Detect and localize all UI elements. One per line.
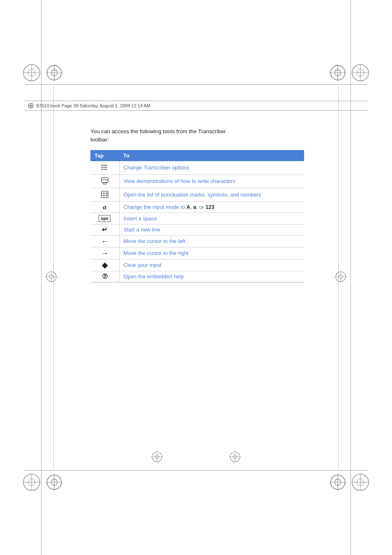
description-change-mode: Change the input mode to A, a, or 123 xyxy=(119,201,304,213)
tap-icon-letter-a: a xyxy=(90,201,119,213)
tap-icon-arrow-left: ← xyxy=(90,235,119,247)
spc-button-icon: spc xyxy=(99,215,111,222)
tap-icon-diamond: ◆ xyxy=(90,259,119,271)
svg-point-57 xyxy=(101,169,102,170)
tap-icon-enter: ↵ xyxy=(90,224,119,235)
svg-rect-54 xyxy=(103,169,107,170)
corner-reg-bottom-left-inner xyxy=(45,473,63,491)
svg-text:...: ... xyxy=(104,182,105,184)
corner-reg-top-right-inner xyxy=(329,64,347,82)
corner-reg-bottom-left-outer xyxy=(23,473,41,491)
bottom-mid-reg-left xyxy=(151,451,163,465)
corner-reg-top-left-inner xyxy=(45,64,63,82)
svg-point-55 xyxy=(101,164,102,166)
tap-icon-pen-demo: ... xyxy=(90,174,119,188)
description-clear-input: Clear your input xyxy=(119,259,304,271)
description-help: Open the embedded help xyxy=(119,271,304,282)
corner-reg-bottom-right-outer xyxy=(351,473,369,491)
tap-icon-grid xyxy=(90,188,119,201)
compass-icon xyxy=(28,103,34,109)
page-header-text: B7610.book Page 39 Saturday, August 1, 2… xyxy=(36,103,150,108)
tap-icon-help: ⑦ xyxy=(90,271,119,282)
toolbar-table: Tap To Change Transcriber options xyxy=(90,150,304,282)
table-row: ... View demonstrations of how to write … xyxy=(90,174,304,188)
svg-point-56 xyxy=(101,166,102,168)
description-view-demos: View demonstrations of how to write char… xyxy=(119,174,304,188)
table-row: ⑦ Open the embedded help xyxy=(90,271,304,282)
tap-icon-list-options xyxy=(90,161,119,175)
table-row: a Change the input mode to A, a, or 123 xyxy=(90,201,304,213)
description-cursor-right: Move the cursor to the right xyxy=(119,247,304,259)
col-tap-header: Tap xyxy=(90,150,119,161)
description-cursor-left: Move the cursor to the left xyxy=(119,235,304,247)
table-row: ↵ Start a new line xyxy=(90,224,304,235)
intro-paragraph: You can access the following tools from … xyxy=(90,127,359,144)
table-row: ← Move the cursor to the left xyxy=(90,235,304,247)
table-header-row: Tap To xyxy=(90,150,304,161)
corner-reg-top-left-outer xyxy=(23,64,41,82)
bottom-border-line xyxy=(25,470,367,471)
svg-rect-63 xyxy=(101,191,108,198)
left-border-line xyxy=(41,0,42,555)
svg-rect-52 xyxy=(103,165,107,166)
table-row: Change Transcriber options xyxy=(90,161,304,175)
tap-icon-arrow-right: → xyxy=(90,247,119,259)
col-to-header: To xyxy=(119,150,304,161)
description-new-line: Start a new line xyxy=(119,224,304,235)
table-row: → Move the cursor to the right xyxy=(90,247,304,259)
corner-reg-mid-left xyxy=(45,271,58,284)
description-insert-space: Insert a space xyxy=(119,213,304,224)
main-content: You can access the following tools from … xyxy=(90,127,359,282)
corner-reg-bottom-right-inner xyxy=(329,473,347,491)
corner-reg-top-right-outer xyxy=(351,64,369,82)
table-row: ◆ Clear your input xyxy=(90,259,304,271)
table-row: Open the list of punctuation marks, symb… xyxy=(90,188,304,201)
tap-icon-spc: spc xyxy=(90,213,119,224)
page-header: B7610.book Page 39 Saturday, August 1, 2… xyxy=(25,101,367,111)
svg-rect-58 xyxy=(101,178,108,183)
top-border-line xyxy=(25,84,367,85)
table-row: spc Insert a space xyxy=(90,213,304,224)
bottom-mid-reg-right xyxy=(229,451,241,465)
description-open-list: Open the list of punctuation marks, symb… xyxy=(119,188,304,201)
description-change-options: Change Transcriber options xyxy=(119,161,304,175)
svg-rect-53 xyxy=(103,167,107,168)
